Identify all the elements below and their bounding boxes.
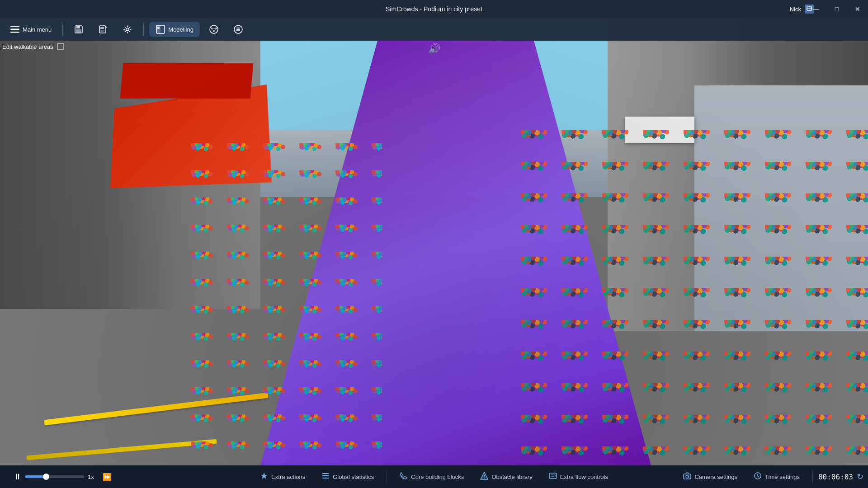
- window-title: SimCrowds - Podium in city preset: [386, 5, 482, 13]
- edit-walkable-label: Edit walkable areas: [2, 43, 53, 50]
- time-settings-label: Time settings: [765, 474, 800, 480]
- save-icon: [74, 24, 84, 34]
- hamburger-icon: [10, 24, 20, 34]
- bottom-center-group: Extra actions Global statistics Core bui…: [253, 469, 615, 485]
- bottom-separator-2: [812, 470, 813, 483]
- svg-rect-15: [156, 25, 160, 33]
- svg-point-19: [215, 28, 217, 29]
- svg-rect-16: [157, 27, 160, 29]
- speed-display: 1x: [88, 474, 99, 480]
- extra-flow-controls-label: Extra flow controls: [560, 474, 608, 480]
- close-button[interactable]: ✕: [847, 0, 868, 18]
- toolbar-separator-1: [62, 23, 63, 36]
- modelling-label: Modelling: [168, 26, 193, 33]
- red-stage-top: [120, 63, 253, 99]
- edit-walkable-bar: Edit walkable areas: [2, 43, 64, 50]
- svg-point-38: [686, 475, 689, 478]
- svg-point-17: [210, 25, 218, 33]
- timer-area: 00:06:03 ↻: [818, 472, 863, 482]
- modelling-icon: [156, 24, 165, 34]
- playback-controls: ⏸ 1x ⏩: [5, 472, 121, 482]
- svg-rect-8: [99, 26, 106, 33]
- camera-icon: [683, 472, 691, 482]
- refresh-button[interactable]: ↻: [857, 472, 863, 482]
- timeline-thumb[interactable]: [43, 474, 49, 480]
- modelling-button[interactable]: Modelling: [149, 22, 200, 37]
- scene-container: 🔊: [0, 18, 868, 465]
- svg-rect-4: [10, 32, 19, 33]
- username: Nick: [790, 6, 801, 13]
- save-button[interactable]: [68, 22, 89, 37]
- obstacle-library-label: Obstacle library: [491, 474, 532, 480]
- title-bar: SimCrowds - Podium in city preset Nick —…: [0, 0, 868, 18]
- flow-list-button[interactable]: [228, 22, 249, 37]
- timer-display: 00:06:03: [818, 473, 853, 481]
- svg-line-41: [758, 476, 759, 477]
- list-icon: [233, 24, 243, 34]
- main-menu-label: Main menu: [23, 26, 52, 33]
- network-icon: [209, 24, 219, 34]
- save-as-button[interactable]: [93, 22, 113, 37]
- obstacle-icon: [480, 472, 488, 482]
- svg-point-33: [484, 478, 485, 479]
- global-statistics-button[interactable]: Global statistics: [314, 469, 381, 485]
- bottom-bar: ⏸ 1x ⏩ Extra actions: [0, 465, 868, 488]
- svg-rect-3: [10, 29, 19, 30]
- svg-point-18: [211, 28, 212, 29]
- window-controls: — □ ✕: [806, 0, 868, 18]
- save-as-icon: [98, 24, 108, 34]
- svg-rect-6: [76, 26, 80, 28]
- edit-walkable-checkbox[interactable]: [57, 43, 64, 50]
- camera-settings-button[interactable]: Camera settings: [676, 469, 745, 485]
- camera-settings-label: Camera settings: [694, 474, 737, 480]
- svg-rect-10: [100, 27, 104, 29]
- svg-line-23: [214, 29, 216, 31]
- viewport: 🔊: [0, 18, 868, 465]
- global-statistics-label: Global statistics: [333, 474, 374, 480]
- fast-forward-button[interactable]: ⏩: [103, 473, 112, 481]
- speaker-icon-viewport: 🔊: [428, 43, 440, 55]
- main-menu-button[interactable]: Main menu: [5, 22, 57, 37]
- timeline-slider[interactable]: [25, 475, 84, 478]
- toolbar-separator-2: [143, 23, 144, 36]
- bottom-separator-1: [387, 470, 387, 483]
- playback-group: ⏸ 1x ⏩: [5, 472, 121, 482]
- svg-rect-7: [76, 29, 81, 33]
- core-building-blocks-button[interactable]: Core building blocks: [392, 469, 471, 485]
- extra-actions-label: Extra actions: [271, 474, 305, 480]
- pause-button[interactable]: ⏸: [14, 472, 22, 482]
- top-toolbar: Main menu: [0, 18, 868, 41]
- flow-controls-icon: [549, 472, 557, 482]
- statistics-icon: [321, 472, 330, 482]
- connections-button[interactable]: [203, 22, 224, 37]
- gear-icon: [123, 24, 132, 34]
- svg-rect-2: [10, 26, 19, 27]
- obstacle-library-button[interactable]: Obstacle library: [473, 469, 539, 485]
- core-building-blocks-label: Core building blocks: [411, 474, 464, 480]
- phone-icon: [400, 472, 408, 482]
- maximize-button[interactable]: □: [826, 0, 847, 18]
- crowd-right-area: [521, 130, 868, 466]
- bottom-right-group: Camera settings Time settings 00:06:03 ↻: [676, 469, 863, 485]
- extra-actions-button[interactable]: Extra actions: [253, 469, 312, 485]
- extra-flow-controls-button[interactable]: Extra flow controls: [542, 469, 615, 485]
- settings-button[interactable]: [117, 22, 138, 37]
- svg-point-13: [126, 28, 129, 31]
- clock-icon: [754, 472, 762, 482]
- minimize-button[interactable]: —: [806, 0, 826, 18]
- time-settings-button[interactable]: Time settings: [746, 469, 807, 485]
- extra-actions-icon: [260, 472, 268, 482]
- crowd-left-area: [191, 143, 382, 456]
- svg-line-22: [212, 29, 213, 31]
